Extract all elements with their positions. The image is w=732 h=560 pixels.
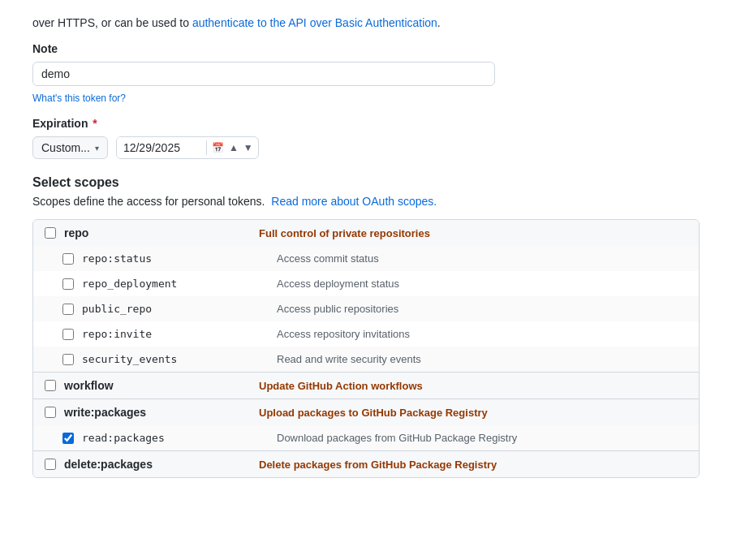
checkbox-workflow[interactable] (45, 380, 56, 391)
scopes-description: Scopes define the access for personal to… (32, 195, 700, 208)
scope-name-security-events: security_events (82, 353, 244, 365)
scope-name-delete-packages: delete:packages (64, 458, 226, 471)
scopes-section: Select scopes Scopes define the access f… (32, 175, 700, 478)
helper-link[interactable]: What's this token for? (32, 93, 126, 104)
scope-row-workflow: workflow Update GitHub Action workflows (33, 373, 699, 398)
checkbox-public-repo[interactable] (62, 304, 74, 315)
scope-name-read-packages: read:packages (82, 432, 244, 444)
scope-group-repo: repo Full control of private repositorie… (33, 220, 699, 373)
scope-group-write-packages: write:packages Upload packages to GitHub… (33, 399, 699, 451)
scope-row-repo-invite: repo:invite Access repository invitation… (33, 321, 699, 347)
expiration-section: Expiration * Custom... ▾ 📅 ▲ ▼ (32, 117, 700, 159)
checkbox-repo-deployment[interactable] (62, 278, 74, 290)
scope-group-workflow: workflow Update GitHub Action workflows (33, 373, 699, 399)
date-input-wrapper: 📅 ▲ ▼ (116, 136, 259, 159)
checkbox-security-events[interactable] (62, 354, 74, 365)
scope-name-repo: repo (64, 226, 226, 239)
scopes-table: repo Full control of private repositorie… (32, 219, 700, 478)
spinner-down-icon[interactable]: ▼ (242, 140, 255, 155)
scope-name-repo-invite: repo:invite (82, 328, 244, 340)
intro-link[interactable]: authenticate to the API over Basic Authe… (192, 16, 437, 29)
scope-row-public-repo: public_repo Access public repositories (33, 296, 699, 321)
scope-name-public-repo: public_repo (82, 303, 244, 315)
date-icons: 📅 ▲ ▼ (206, 140, 258, 155)
spinner-up-icon[interactable]: ▲ (227, 140, 240, 155)
checkbox-repo-status[interactable] (62, 253, 74, 265)
checkbox-read-packages[interactable] (62, 433, 74, 444)
expiration-label: Expiration * (32, 117, 700, 130)
scope-group-delete-packages: delete:packages Delete packages from Git… (33, 451, 699, 477)
scope-row-delete-packages: delete:packages Delete packages from Git… (33, 451, 699, 477)
intro-text: over HTTPS, or can be used to authentica… (32, 16, 700, 29)
scope-desc-write-packages: Upload packages to GitHub Package Regist… (226, 407, 687, 419)
scope-row-security-events: security_events Read and write security … (33, 347, 699, 372)
scope-desc-repo: Full control of private repositories (226, 227, 687, 239)
scope-desc-repo-deployment: Access deployment status (244, 278, 687, 290)
scope-name-repo-deployment: repo_deployment (82, 278, 244, 290)
note-label: Note (32, 42, 700, 55)
chevron-down-icon: ▾ (95, 144, 99, 153)
scope-name-workflow: workflow (64, 379, 226, 392)
checkbox-delete-packages[interactable] (45, 459, 56, 470)
checkbox-repo[interactable] (45, 227, 56, 239)
scope-row-write-packages: write:packages Upload packages to GitHub… (33, 399, 699, 425)
scope-name-write-packages: write:packages (64, 406, 226, 419)
scope-row-repo-status: repo:status Access commit status (33, 246, 699, 271)
date-input[interactable] (117, 137, 206, 158)
checkbox-write-packages[interactable] (45, 407, 56, 418)
scope-desc-delete-packages: Delete packages from GitHub Package Regi… (226, 459, 687, 471)
scope-desc-read-packages: Download packages from GitHub Package Re… (244, 432, 687, 444)
required-marker: * (89, 117, 97, 130)
expiration-dropdown[interactable]: Custom... ▾ (32, 136, 108, 159)
expiration-custom-label: Custom... (41, 141, 90, 154)
expiration-controls: Custom... ▾ 📅 ▲ ▼ (32, 136, 700, 159)
scope-desc-public-repo: Access public repositories (244, 303, 687, 315)
scope-desc-workflow: Update GitHub Action workflows (226, 380, 687, 392)
note-input[interactable] (32, 62, 495, 86)
scope-row-read-packages: read:packages Download packages from Git… (33, 425, 699, 450)
scope-row-repo: repo Full control of private repositorie… (33, 220, 699, 246)
scope-desc-repo-invite: Access repository invitations (244, 328, 687, 340)
oauth-scopes-link[interactable]: Read more about OAuth scopes. (271, 195, 437, 208)
scopes-title: Select scopes (32, 175, 700, 190)
scope-name-repo-status: repo:status (82, 252, 244, 265)
scope-desc-repo-status: Access commit status (244, 252, 687, 265)
checkbox-repo-invite[interactable] (62, 329, 74, 340)
calendar-icon[interactable]: 📅 (210, 140, 226, 155)
scope-row-repo-deployment: repo_deployment Access deployment status (33, 271, 699, 296)
scope-desc-security-events: Read and write security events (244, 353, 687, 365)
